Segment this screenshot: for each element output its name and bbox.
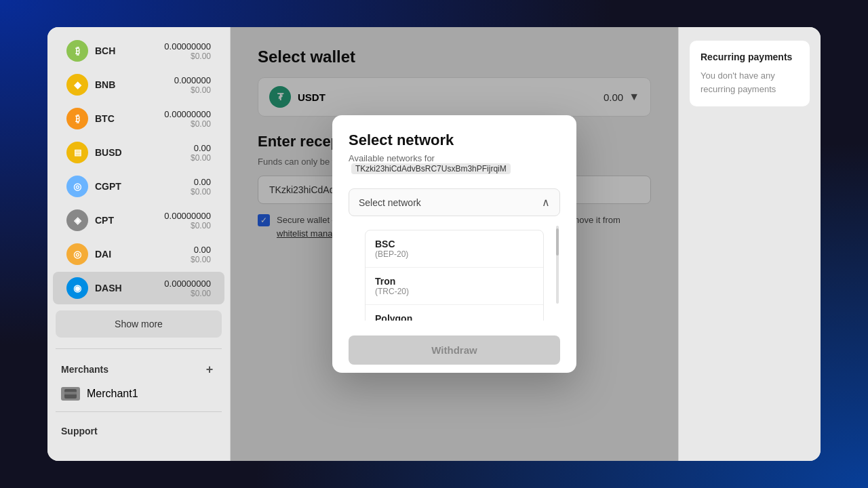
cgpt-name: CGPT [95,181,191,192]
dash-usd: $0.00 [164,289,211,298]
cpt-usd: $0.00 [164,221,211,230]
merchants-section: Merchants + [47,354,230,382]
merchants-label: Merchants [61,364,108,375]
modal-header: Select network Available networks for TK… [332,115,576,179]
sidebar: ₿ BCH 0.00000000 $0.00 ◆ BNB 0.000000 $0… [47,27,231,461]
merchant-icon [61,387,80,401]
btc-name: BTC [95,113,164,124]
cpt-icon: ◈ [66,209,88,231]
cpt-name: CPT [95,215,164,226]
sidebar-item-cgpt[interactable]: ◎ CGPT 0.00 $0.00 [53,170,224,203]
recurring-card: Recurring payments You don't have any re… [690,41,810,106]
network-selector-dropdown[interactable]: Select network ∧ [349,188,560,216]
dai-name: DAI [95,249,191,260]
modal-title: Select network [349,131,560,149]
bch-icon: ₿ [66,40,88,62]
select-network-modal: Select network Available networks for TK… [332,115,576,373]
network-name: Polygon [375,313,534,321]
cgpt-amount: 0.00 [191,177,211,187]
cpt-amount: 0.00000000 [164,211,211,221]
busd-name: BUSD [95,147,191,158]
cgpt-usd: $0.00 [191,187,211,197]
modal-footer: Withdraw [332,327,576,373]
busd-amount: 0.00 [191,143,211,153]
sidebar-item-dash[interactable]: ◉ DASH 0.00000000 $0.00 [53,272,224,304]
main-container: ₿ BCH 0.00000000 $0.00 ◆ BNB 0.000000 $0… [47,27,821,461]
dai-usd: $0.00 [191,255,211,264]
bch-amount: 0.00000000 [164,41,211,52]
btc-usd: $0.00 [164,119,211,129]
scrollbar-thumb[interactable] [556,228,559,256]
modal-address-badge: TKzki23hiCdAdvBsRC7UsxBm3hPFijrqiM [351,163,511,174]
sidebar-item-bch[interactable]: ₿ BCH 0.00000000 $0.00 [53,35,224,67]
recurring-title: Recurring payments [701,52,799,62]
network-item-bsc[interactable]: BSC (BEP-20) [366,230,543,268]
merchant1-label: Merchant1 [87,388,138,400]
dai-amount: 0.00 [191,245,211,255]
btc-amount: 0.00000000 [164,109,211,119]
network-item-tron[interactable]: Tron (TRC-20) [366,268,543,305]
dash-icon: ◉ [66,277,88,299]
recurring-empty: You don't have any recurring payments [701,69,799,96]
bnb-name: BNB [95,79,174,90]
sidebar-item-dai[interactable]: ◎ DAI 0.00 $0.00 [53,238,224,270]
network-type: (TRC-20) [375,287,534,296]
main-content: Select wallet ₮ USDT 0.00 ▼ Enter recepi… [231,27,678,461]
dash-amount: 0.00000000 [164,279,211,289]
network-name: BSC [375,239,534,249]
sidebar-item-bnb[interactable]: ◆ BNB 0.000000 $0.00 [53,68,224,101]
bch-usd: $0.00 [164,52,211,61]
busd-usd: $0.00 [191,153,211,163]
btc-icon: ₿ [66,108,88,129]
bnb-usd: $0.00 [174,85,211,95]
divider [56,348,222,349]
network-list: BSC (BEP-20) Tron (TRC-20) Polygon (ERC-… [365,230,544,321]
modal-subtitle: Available networks for TKzki23hiCdAdvBsR… [349,153,560,174]
network-type: (BEP-20) [375,249,534,259]
dash-name: DASH [95,283,164,293]
cgpt-icon: ◎ [66,176,88,197]
bnb-icon: ◆ [66,74,88,96]
add-merchant-button[interactable]: + [203,363,216,376]
network-list-wrap: BSC (BEP-20) Tron (TRC-20) Polygon (ERC-… [349,223,560,321]
network-name: Tron [375,276,534,287]
bnb-amount: 0.000000 [174,75,211,85]
dai-icon: ◎ [66,243,88,265]
modal-overlay: Select network Available networks for TK… [231,27,678,461]
divider2 [56,411,222,412]
network-item-polygon[interactable]: Polygon (ERC-20) [366,305,543,321]
support-label: Support [61,426,98,436]
sidebar-item-busd[interactable]: ▤ BUSD 0.00 $0.00 [53,136,224,169]
show-more-button[interactable]: Show more [56,310,222,338]
support-section: Support [47,418,230,445]
bch-name: BCH [95,45,164,56]
chevron-up-icon: ∧ [542,196,550,209]
busd-icon: ▤ [66,142,88,163]
svg-rect-1 [64,392,77,394]
merchant1-item[interactable]: Merchant1 [47,382,230,406]
right-panel: Recurring payments You don't have any re… [678,27,821,461]
withdraw-button[interactable]: Withdraw [349,336,560,365]
sidebar-item-btc[interactable]: ₿ BTC 0.00000000 $0.00 [53,102,224,135]
scrollbar-track[interactable] [556,226,559,304]
sidebar-item-cpt[interactable]: ◈ CPT 0.00000000 $0.00 [53,204,224,237]
network-select-label: Select network [359,197,542,208]
